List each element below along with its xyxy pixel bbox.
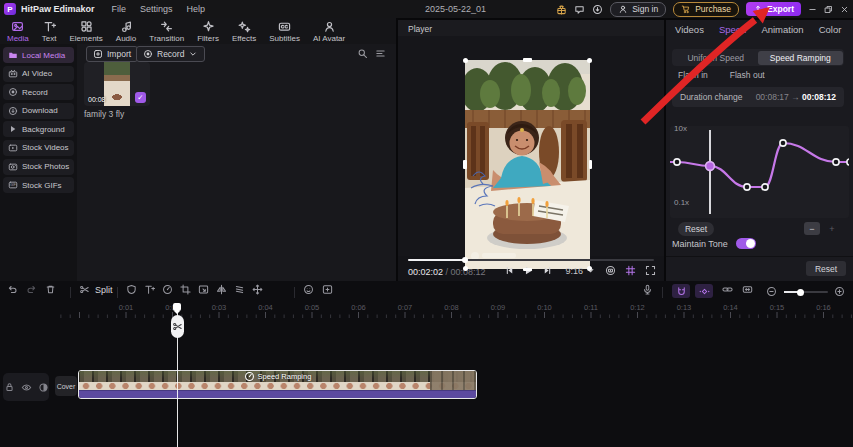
record-button[interactable]: Record [136, 46, 205, 62]
sign-in-button[interactable]: Sign in [610, 2, 666, 17]
mic-icon[interactable] [642, 284, 653, 295]
ribbon-tab-media[interactable]: Media [7, 20, 29, 43]
playhead-split-button[interactable] [171, 315, 184, 338]
ribbon-tab-elements[interactable]: Elements [69, 20, 102, 43]
seekbar-thumb[interactable] [462, 257, 468, 263]
selection-handle[interactable] [463, 58, 468, 63]
ribbon-tab-subtitles[interactable]: Subtitles [269, 20, 300, 43]
mute-track-icon[interactable] [38, 382, 49, 393]
textT-icon[interactable] [144, 284, 155, 295]
ribbon-tab-effects[interactable]: Effects [232, 20, 256, 43]
sidebar-item-local-media[interactable]: Local Media [3, 47, 74, 63]
curve-reset-button[interactable]: Reset [678, 222, 714, 236]
trash-icon[interactable] [45, 284, 56, 295]
minimize-icon[interactable] [808, 5, 817, 14]
ripple-icon[interactable] [234, 284, 245, 295]
undo-icon[interactable] [7, 284, 18, 295]
speeddial-icon[interactable] [162, 284, 173, 295]
uniform-speed-segment[interactable]: Uniform Speed [674, 51, 759, 65]
search-icon[interactable] [357, 48, 368, 59]
zoom-slider-thumb[interactable] [797, 289, 804, 296]
ribbon-tab-text[interactable]: Text [42, 20, 57, 43]
sort-list-icon[interactable] [375, 48, 386, 59]
prev-frame-icon[interactable] [504, 265, 515, 276]
selection-handle[interactable] [589, 160, 593, 169]
zoom-out-icon[interactable] [766, 286, 777, 297]
crop-grid-icon[interactable] [625, 265, 636, 276]
split-scissors-icon[interactable] [79, 284, 90, 295]
restore-icon[interactable] [824, 5, 833, 14]
selection-handle[interactable] [523, 268, 532, 272]
player-seekbar[interactable] [408, 259, 654, 261]
cover-button[interactable]: Cover [55, 376, 77, 396]
pip-icon[interactable] [198, 284, 209, 295]
speed-ramping-segment[interactable]: Speed Ramping [758, 51, 843, 65]
ribbon-tab-ai-avatar[interactable]: AI Avatar [313, 20, 345, 43]
keyframe-icon[interactable] [695, 284, 713, 298]
selection-handle[interactable] [463, 266, 468, 271]
snapshot-icon[interactable] [605, 265, 616, 276]
tab-animation[interactable]: Animation [761, 24, 803, 35]
ribbon-tab-transition[interactable]: Transition [149, 20, 184, 43]
crop-icon[interactable] [180, 284, 191, 295]
frameadd-icon[interactable] [322, 284, 333, 295]
selection-handle[interactable] [587, 58, 592, 63]
ribbon-tab-audio[interactable]: Audio [116, 20, 136, 43]
selection-handle[interactable] [587, 266, 592, 271]
menu-help[interactable]: Help [187, 4, 206, 14]
zoom-in-icon[interactable] [834, 286, 845, 297]
timeline-zoom-slider[interactable] [784, 291, 828, 293]
timeline-clip[interactable]: Speed Ramping [78, 370, 477, 399]
import-button[interactable]: Import [86, 46, 138, 62]
timeline-ruler[interactable]: 0:010:020:030:040:050:060:070:080:090:10… [0, 303, 853, 320]
remove-point-button[interactable]: − [804, 222, 820, 235]
selection-handle[interactable] [523, 58, 532, 62]
flip-icon[interactable] [216, 284, 227, 295]
lock-track-icon[interactable] [4, 382, 15, 393]
ribbon-tab-filters[interactable]: Filters [197, 20, 219, 43]
export-button[interactable]: Export [746, 2, 801, 16]
fit-icon[interactable] [742, 284, 753, 295]
sidebar-item-stock-videos[interactable]: Stock Videos [3, 140, 74, 156]
download-icon[interactable] [592, 4, 603, 15]
hide-track-icon[interactable] [21, 382, 32, 393]
link-icon[interactable] [722, 284, 733, 295]
purchase-button[interactable]: Purchase [673, 2, 739, 17]
speed-curve-graph[interactable] [670, 126, 849, 218]
gift-icon[interactable] [556, 4, 567, 15]
flash-out-option[interactable]: Flash out [730, 70, 765, 80]
magnet-icon[interactable] [672, 284, 690, 298]
panel-reset-button[interactable]: Reset [806, 261, 846, 276]
sidebar-item-stock-photos[interactable]: Stock Photos [3, 159, 74, 175]
mask-icon[interactable] [126, 284, 137, 295]
clip-thumbnail [104, 62, 130, 106]
next-frame-icon[interactable] [542, 265, 553, 276]
playhead-head[interactable] [173, 303, 181, 311]
menu-settings[interactable]: Settings [140, 4, 173, 14]
redo-icon[interactable] [26, 284, 37, 295]
tab-videos[interactable]: Videos [675, 24, 704, 35]
selection-handle[interactable] [463, 160, 467, 169]
menu-file[interactable]: File [112, 4, 127, 14]
sidebar-item-download[interactable]: Download [3, 103, 74, 119]
feedback-icon[interactable] [574, 4, 585, 15]
sidebar-item-stock-gifs[interactable]: GIFStock GIFs [3, 177, 74, 193]
fullscreen-icon[interactable] [645, 265, 656, 276]
video-preview[interactable] [465, 60, 590, 269]
add-point-button[interactable]: + [824, 222, 840, 235]
media-clip-card[interactable]: 00:08 ✓ [84, 62, 150, 106]
record-dot-icon [143, 49, 153, 59]
textT-icon [43, 20, 56, 33]
tab-color[interactable]: Color [819, 24, 842, 35]
motion-icon[interactable] [252, 284, 263, 295]
flash-in-option[interactable]: Flash in [678, 70, 708, 80]
sidebar-item-record[interactable]: Record [3, 84, 74, 100]
maintain-tone-toggle[interactable] [736, 238, 756, 249]
tab-speed[interactable]: Speed [719, 24, 746, 35]
split-button[interactable]: Split [95, 285, 113, 295]
face-icon[interactable] [303, 284, 314, 295]
close-icon[interactable] [840, 5, 849, 14]
clip-audio-bar [79, 390, 476, 398]
sidebar-item-ai-video[interactable]: AI Video [3, 66, 74, 82]
sidebar-item-background[interactable]: Background [3, 121, 74, 137]
